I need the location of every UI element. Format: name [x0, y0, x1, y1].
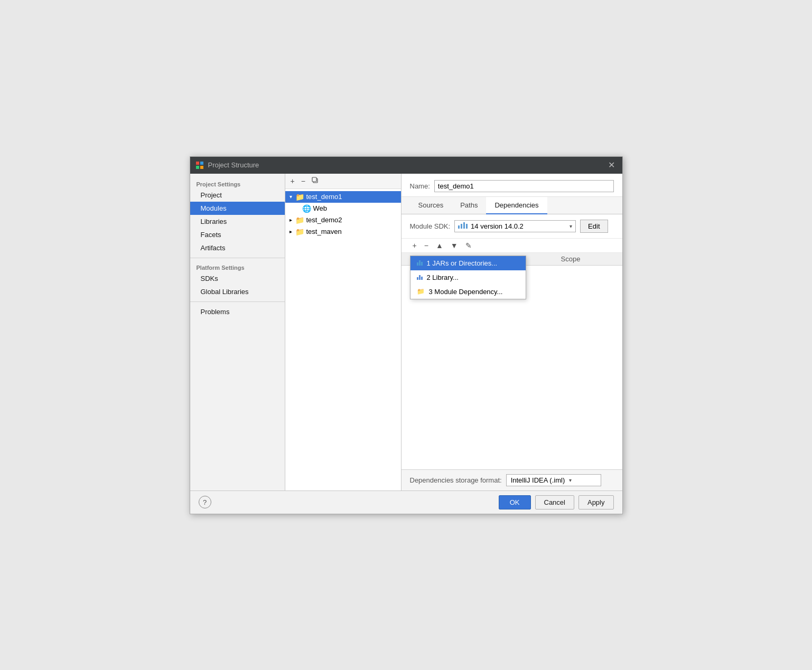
- tab-sources-label: Sources: [418, 201, 444, 209]
- tree-node-web[interactable]: 🌐 Web: [285, 203, 401, 214]
- tree-toolbar: + −: [285, 174, 401, 189]
- sidebar-divider: [190, 258, 285, 258]
- dep-remove-button[interactable]: −: [422, 241, 431, 250]
- title-bar: Project Structure ✕: [190, 157, 622, 174]
- sidebar-item-facets[interactable]: Facets: [190, 228, 285, 241]
- close-button[interactable]: ✕: [606, 160, 617, 171]
- ok-button[interactable]: OK: [499, 495, 531, 509]
- chevron-right-icon-2: ▸: [290, 229, 292, 234]
- sdk-icon: [458, 222, 468, 230]
- sdk-dropdown-arrow-icon: ▾: [570, 223, 572, 229]
- tree-node-test-demo2[interactable]: ▸ 📁 test_demo2: [285, 214, 401, 226]
- jar-icon: [417, 259, 423, 267]
- module-folder-icon-3: 📁: [295, 228, 304, 236]
- dep-add-button[interactable]: +: [410, 241, 419, 250]
- module-dep-folder-icon: 📁: [417, 288, 425, 295]
- sidebar-item-problems-label: Problems: [201, 308, 230, 316]
- main-content: Name: Sources Paths Dependencies Module …: [402, 174, 622, 490]
- module-tree: + − ▾ 📁 test_demo1 🌐: [285, 174, 402, 490]
- sidebar-item-project-label: Project: [201, 191, 222, 199]
- sidebar-item-sdks[interactable]: SDKs: [190, 272, 285, 285]
- dialog-footer: ? OK Cancel Apply: [190, 490, 622, 514]
- sidebar-item-problems[interactable]: Problems: [190, 305, 285, 318]
- dropdown-item-library-label: 2 Library...: [427, 273, 459, 281]
- svg-rect-0: [196, 162, 199, 165]
- platform-settings-label: Platform Settings: [190, 261, 285, 272]
- module-folder-icon: 📁: [295, 193, 304, 201]
- dropdown-item-library[interactable]: 2 Library...: [410, 270, 526, 285]
- dropdown-item-jars-label: 1 JARs or Directories...: [427, 259, 498, 267]
- sidebar-item-global-libraries-label: Global Libraries: [201, 288, 249, 296]
- dialog-title: Project Structure: [208, 161, 259, 169]
- footer-right: OK Cancel Apply: [499, 495, 614, 509]
- svg-rect-5: [312, 177, 316, 182]
- sidebar-item-modules[interactable]: Modules: [190, 202, 285, 215]
- sidebar-item-global-libraries[interactable]: Global Libraries: [190, 285, 285, 298]
- sidebar-item-libraries[interactable]: Libraries: [190, 215, 285, 228]
- storage-select-arrow-icon: ▾: [569, 477, 572, 483]
- sidebar-item-artifacts-label: Artifacts: [201, 244, 226, 252]
- storage-label: Dependencies storage format:: [410, 476, 502, 484]
- dep-edit-button[interactable]: ✎: [463, 241, 474, 250]
- project-settings-label: Project Settings: [190, 178, 285, 188]
- dep-toolbar: + − ▲ ▼ ✎ 1 JARs o: [402, 239, 622, 253]
- sidebar-item-project[interactable]: Project: [190, 188, 285, 202]
- tree-node-test-demo1[interactable]: ▾ 📁 test_demo1: [285, 191, 401, 203]
- module-folder-icon-2: 📁: [295, 216, 304, 224]
- library-icon: [417, 273, 423, 281]
- tree-node-test-maven-label: test_maven: [306, 228, 397, 235]
- tree-node-test-maven[interactable]: ▸ 📁 test_maven: [285, 226, 401, 238]
- web-folder-icon: 🌐: [302, 204, 311, 213]
- dep-col-scope-header: Scope: [561, 255, 614, 263]
- dep-down-button[interactable]: ▼: [448, 241, 461, 250]
- sdk-label: Module SDK:: [410, 222, 451, 230]
- chevron-right-icon: ▸: [290, 217, 292, 223]
- tree-node-test-demo1-label: test_demo1: [306, 193, 397, 201]
- dropdown-item-jars[interactable]: 1 JARs or Directories...: [410, 256, 526, 270]
- tab-dependencies-label: Dependencies: [494, 201, 538, 209]
- tab-sources[interactable]: Sources: [410, 197, 452, 214]
- sidebar: Project Settings Project Modules Librari…: [190, 174, 285, 490]
- sidebar-divider-2: [190, 301, 285, 302]
- sdk-select[interactable]: 14 version 14.0.2 ▾: [454, 220, 576, 232]
- app-icon: [195, 161, 204, 169]
- sidebar-item-libraries-label: Libraries: [201, 218, 227, 225]
- storage-select[interactable]: IntelliJ IDEA (.iml) ▾: [506, 474, 601, 486]
- sidebar-item-modules-label: Modules: [201, 204, 227, 212]
- svg-rect-2: [196, 166, 199, 169]
- tab-paths[interactable]: Paths: [452, 197, 486, 214]
- tree-copy-button[interactable]: [310, 176, 321, 186]
- sdk-value: 14 version 14.0.2: [471, 222, 524, 230]
- name-row: Name:: [402, 174, 622, 197]
- tree-node-test-demo2-label: test_demo2: [306, 216, 397, 224]
- dropdown-item-module-dep[interactable]: 📁 3 Module Dependency...: [410, 285, 526, 299]
- storage-value: IntelliJ IDEA (.iml): [511, 476, 565, 484]
- dialog-body: Project Settings Project Modules Librari…: [190, 174, 622, 490]
- bottom-bar: Dependencies storage format: IntelliJ ID…: [402, 469, 622, 490]
- help-button[interactable]: ?: [199, 496, 211, 508]
- tree-content: ▾ 📁 test_demo1 🌐 Web ▸ 📁 test_demo2: [285, 189, 401, 490]
- tabs-row: Sources Paths Dependencies: [402, 197, 622, 214]
- cancel-button[interactable]: Cancel: [535, 495, 574, 509]
- add-dependency-dropdown: 1 JARs or Directories... 2 Library...: [410, 256, 526, 299]
- title-bar-left: Project Structure: [195, 161, 259, 169]
- name-label: Name:: [410, 182, 430, 190]
- tree-remove-button[interactable]: −: [299, 176, 307, 186]
- tree-node-web-label: Web: [313, 204, 397, 212]
- svg-rect-3: [200, 166, 203, 169]
- tree-add-button[interactable]: +: [288, 176, 297, 186]
- name-input[interactable]: [434, 180, 614, 192]
- sidebar-item-artifacts[interactable]: Artifacts: [190, 241, 285, 254]
- svg-rect-1: [200, 162, 203, 165]
- tab-dependencies[interactable]: Dependencies: [486, 197, 547, 214]
- sidebar-item-sdks-label: SDKs: [201, 275, 218, 282]
- sdk-edit-button[interactable]: Edit: [580, 220, 608, 233]
- dropdown-item-module-dep-label: 3 Module Dependency...: [429, 288, 503, 296]
- tab-paths-label: Paths: [460, 201, 478, 209]
- sdk-row: Module SDK: 14 version 14.0.2 ▾ Edit: [402, 214, 622, 239]
- sidebar-item-facets-label: Facets: [201, 231, 221, 239]
- dep-up-button[interactable]: ▲: [433, 241, 446, 250]
- footer-left: ?: [199, 496, 211, 508]
- project-structure-dialog: Project Structure ✕ Project Settings Pro…: [190, 156, 623, 514]
- apply-button[interactable]: Apply: [578, 495, 614, 509]
